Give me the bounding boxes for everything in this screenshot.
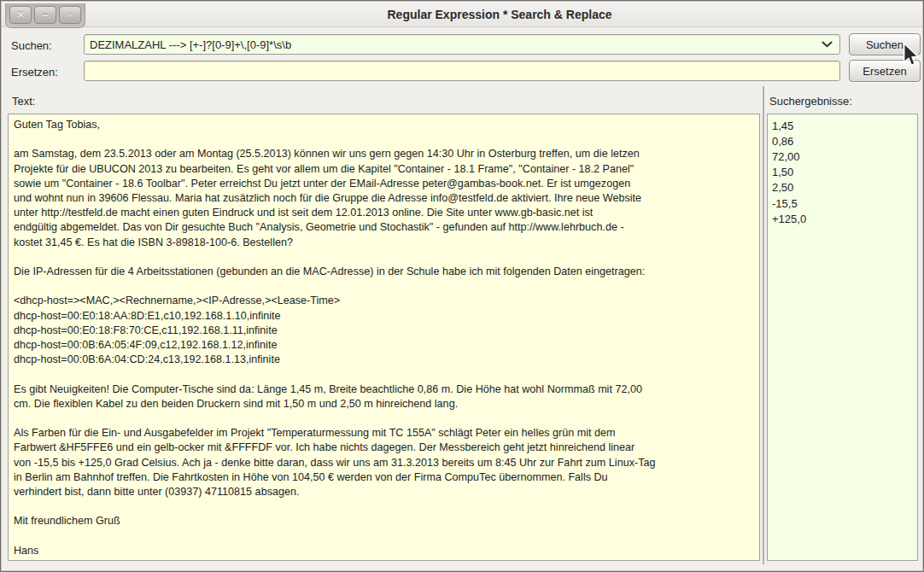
maximize-icon[interactable]: ▫	[59, 6, 81, 24]
close-icon[interactable]: ✕	[9, 6, 32, 24]
chevron-down-icon[interactable]	[814, 34, 839, 55]
window-title: Regular Expression * Search & Replace	[77, 8, 922, 21]
replace-input[interactable]	[84, 61, 840, 81]
app-window: { "window": { "title": "Regular Expressi…	[0, 0, 924, 572]
pane-splitter[interactable]	[763, 86, 764, 564]
window-controls: ✕ – ▫	[5, 3, 85, 28]
search-input[interactable]	[84, 34, 840, 55]
text-panel-label: Text:	[12, 95, 35, 108]
result-item[interactable]: -15,5	[768, 196, 917, 211]
search-label: Suchen:	[11, 39, 52, 52]
result-item[interactable]: +125,0	[768, 211, 917, 226]
replace-label: Ersetzen:	[11, 66, 58, 79]
letter-text-area[interactable]: Guten Tag Tobias, am Samstag, dem 23.5.2…	[8, 114, 760, 561]
result-item[interactable]: 72,00	[768, 149, 917, 164]
result-item[interactable]: 1,50	[768, 165, 917, 180]
results-panel-label: Suchergebnisse:	[769, 95, 852, 108]
minimize-icon[interactable]: –	[34, 6, 56, 24]
result-item[interactable]: 2,50	[768, 180, 917, 196]
result-item[interactable]: 1,45	[768, 118, 917, 133]
replace-button[interactable]: Ersetzen	[849, 60, 921, 82]
search-button[interactable]: Suchen	[849, 33, 921, 55]
results-list[interactable]: 1,450,8672,001,502,50-15,5+125,0	[767, 114, 918, 561]
titlebar[interactable]: ✕ – ▫ Regular Expression * Search & Repl…	[2, 2, 922, 27]
result-item[interactable]: 0,86	[768, 133, 917, 149]
